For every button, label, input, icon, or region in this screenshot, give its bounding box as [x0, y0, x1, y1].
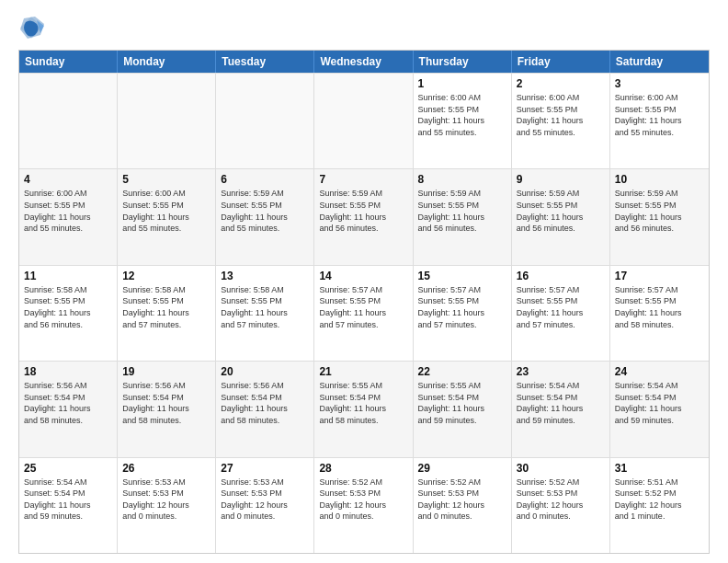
- day-info: Sunrise: 5:58 AM Sunset: 5:55 PM Dayligh…: [221, 284, 309, 330]
- day-number: 29: [418, 462, 506, 475]
- day-info: Sunrise: 5:59 AM Sunset: 5:55 PM Dayligh…: [615, 188, 704, 234]
- day-number: 7: [319, 173, 407, 186]
- day-cell-23: 23Sunrise: 5:54 AM Sunset: 5:54 PM Dayli…: [512, 362, 610, 456]
- day-info: Sunrise: 5:59 AM Sunset: 5:55 PM Dayligh…: [418, 188, 506, 234]
- day-number: 2: [517, 77, 605, 90]
- day-info: Sunrise: 5:54 AM Sunset: 5:54 PM Dayligh…: [24, 477, 112, 523]
- day-number: 20: [221, 365, 309, 378]
- day-cell-20: 20Sunrise: 5:56 AM Sunset: 5:54 PM Dayli…: [216, 362, 314, 456]
- day-cell-5: 5Sunrise: 6:00 AM Sunset: 5:55 PM Daylig…: [118, 169, 216, 264]
- day-number: 17: [615, 270, 704, 282]
- day-info: Sunrise: 5:55 AM Sunset: 5:54 PM Dayligh…: [418, 380, 506, 426]
- day-cell-25: 25Sunrise: 5:54 AM Sunset: 5:54 PM Dayli…: [19, 458, 118, 553]
- day-number: 22: [418, 365, 506, 378]
- day-info: Sunrise: 5:57 AM Sunset: 5:55 PM Dayligh…: [418, 284, 506, 330]
- logo-icon: [18, 15, 44, 40]
- day-cell-28: 28Sunrise: 5:52 AM Sunset: 5:53 PM Dayli…: [314, 458, 413, 553]
- day-number: 1: [418, 77, 506, 90]
- day-info: Sunrise: 5:56 AM Sunset: 5:54 PM Dayligh…: [24, 380, 112, 426]
- day-cell-15: 15Sunrise: 5:57 AM Sunset: 5:55 PM Dayli…: [414, 266, 512, 361]
- header: [18, 15, 710, 40]
- day-number: 23: [517, 365, 605, 378]
- calendar-row-2: 11Sunrise: 5:58 AM Sunset: 5:55 PM Dayli…: [19, 265, 709, 361]
- calendar-row-4: 25Sunrise: 5:54 AM Sunset: 5:54 PM Dayli…: [19, 457, 709, 553]
- day-info: Sunrise: 6:00 AM Sunset: 5:55 PM Dayligh…: [418, 92, 506, 138]
- day-cell-24: 24Sunrise: 5:54 AM Sunset: 5:54 PM Dayli…: [610, 362, 709, 456]
- day-number: 13: [221, 270, 309, 282]
- day-number: 19: [122, 365, 210, 378]
- day-cell-17: 17Sunrise: 5:57 AM Sunset: 5:55 PM Dayli…: [610, 266, 709, 361]
- day-info: Sunrise: 5:57 AM Sunset: 5:55 PM Dayligh…: [517, 284, 605, 330]
- day-number: 5: [122, 173, 210, 186]
- day-number: 15: [418, 270, 506, 282]
- day-number: 14: [319, 270, 407, 282]
- calendar-header: SundayMondayTuesdayWednesdayThursdayFrid…: [19, 51, 709, 73]
- page: SundayMondayTuesdayWednesdayThursdayFrid…: [0, 0, 728, 563]
- empty-cell-0-1: [118, 74, 216, 168]
- day-number: 8: [418, 173, 506, 186]
- day-number: 16: [517, 270, 605, 282]
- day-info: Sunrise: 5:55 AM Sunset: 5:54 PM Dayligh…: [319, 380, 407, 426]
- logo: [18, 15, 48, 40]
- day-number: 11: [24, 270, 112, 282]
- day-cell-21: 21Sunrise: 5:55 AM Sunset: 5:54 PM Dayli…: [314, 362, 413, 456]
- day-number: 3: [615, 77, 704, 90]
- day-number: 9: [517, 173, 605, 186]
- day-cell-10: 10Sunrise: 5:59 AM Sunset: 5:55 PM Dayli…: [610, 169, 709, 264]
- weekday-header-thursday: Thursday: [414, 51, 512, 73]
- empty-cell-0-2: [216, 74, 314, 168]
- calendar-body: 1Sunrise: 6:00 AM Sunset: 5:55 PM Daylig…: [19, 73, 709, 553]
- day-cell-4: 4Sunrise: 6:00 AM Sunset: 5:55 PM Daylig…: [19, 169, 118, 264]
- day-cell-7: 7Sunrise: 5:59 AM Sunset: 5:55 PM Daylig…: [314, 169, 413, 264]
- day-cell-8: 8Sunrise: 5:59 AM Sunset: 5:55 PM Daylig…: [414, 169, 512, 264]
- day-info: Sunrise: 5:54 AM Sunset: 5:54 PM Dayligh…: [615, 380, 704, 426]
- day-info: Sunrise: 6:00 AM Sunset: 5:55 PM Dayligh…: [615, 92, 704, 138]
- calendar: SundayMondayTuesdayWednesdayThursdayFrid…: [18, 50, 710, 554]
- empty-cell-0-0: [19, 74, 118, 168]
- day-cell-29: 29Sunrise: 5:52 AM Sunset: 5:53 PM Dayli…: [414, 458, 512, 553]
- day-info: Sunrise: 5:56 AM Sunset: 5:54 PM Dayligh…: [122, 380, 210, 426]
- day-cell-16: 16Sunrise: 5:57 AM Sunset: 5:55 PM Dayli…: [512, 266, 610, 361]
- day-info: Sunrise: 5:53 AM Sunset: 5:53 PM Dayligh…: [221, 477, 309, 523]
- day-cell-27: 27Sunrise: 5:53 AM Sunset: 5:53 PM Dayli…: [216, 458, 314, 553]
- day-info: Sunrise: 5:59 AM Sunset: 5:55 PM Dayligh…: [221, 188, 309, 234]
- day-number: 28: [319, 462, 407, 475]
- day-info: Sunrise: 5:59 AM Sunset: 5:55 PM Dayligh…: [517, 188, 605, 234]
- day-cell-12: 12Sunrise: 5:58 AM Sunset: 5:55 PM Dayli…: [118, 266, 216, 361]
- weekday-header-friday: Friday: [512, 51, 610, 73]
- day-cell-26: 26Sunrise: 5:53 AM Sunset: 5:53 PM Dayli…: [118, 458, 216, 553]
- day-number: 6: [221, 173, 309, 186]
- day-cell-18: 18Sunrise: 5:56 AM Sunset: 5:54 PM Dayli…: [19, 362, 118, 456]
- day-cell-2: 2Sunrise: 6:00 AM Sunset: 5:55 PM Daylig…: [512, 74, 610, 168]
- day-info: Sunrise: 6:00 AM Sunset: 5:55 PM Dayligh…: [517, 92, 605, 138]
- day-info: Sunrise: 6:00 AM Sunset: 5:55 PM Dayligh…: [24, 188, 112, 234]
- day-cell-22: 22Sunrise: 5:55 AM Sunset: 5:54 PM Dayli…: [414, 362, 512, 456]
- day-number: 26: [122, 462, 210, 475]
- weekday-header-wednesday: Wednesday: [314, 51, 413, 73]
- day-info: Sunrise: 5:51 AM Sunset: 5:52 PM Dayligh…: [615, 477, 704, 523]
- day-cell-14: 14Sunrise: 5:57 AM Sunset: 5:55 PM Dayli…: [314, 266, 413, 361]
- day-number: 18: [24, 365, 112, 378]
- calendar-row-1: 4Sunrise: 6:00 AM Sunset: 5:55 PM Daylig…: [19, 168, 709, 264]
- day-cell-9: 9Sunrise: 5:59 AM Sunset: 5:55 PM Daylig…: [512, 169, 610, 264]
- day-cell-6: 6Sunrise: 5:59 AM Sunset: 5:55 PM Daylig…: [216, 169, 314, 264]
- day-number: 27: [221, 462, 309, 475]
- day-info: Sunrise: 5:58 AM Sunset: 5:55 PM Dayligh…: [122, 284, 210, 330]
- weekday-header-monday: Monday: [118, 51, 216, 73]
- weekday-header-sunday: Sunday: [19, 51, 118, 73]
- day-number: 4: [24, 173, 112, 186]
- day-info: Sunrise: 5:56 AM Sunset: 5:54 PM Dayligh…: [221, 380, 309, 426]
- day-info: Sunrise: 6:00 AM Sunset: 5:55 PM Dayligh…: [122, 188, 210, 234]
- weekday-header-tuesday: Tuesday: [216, 51, 314, 73]
- day-info: Sunrise: 5:57 AM Sunset: 5:55 PM Dayligh…: [319, 284, 407, 330]
- day-cell-3: 3Sunrise: 6:00 AM Sunset: 5:55 PM Daylig…: [610, 74, 709, 168]
- day-cell-11: 11Sunrise: 5:58 AM Sunset: 5:55 PM Dayli…: [19, 266, 118, 361]
- day-info: Sunrise: 5:52 AM Sunset: 5:53 PM Dayligh…: [517, 477, 605, 523]
- calendar-row-0: 1Sunrise: 6:00 AM Sunset: 5:55 PM Daylig…: [19, 73, 709, 168]
- day-number: 10: [615, 173, 704, 186]
- day-cell-19: 19Sunrise: 5:56 AM Sunset: 5:54 PM Dayli…: [118, 362, 216, 456]
- day-number: 12: [122, 270, 210, 282]
- empty-cell-0-3: [314, 74, 413, 168]
- day-info: Sunrise: 5:52 AM Sunset: 5:53 PM Dayligh…: [319, 477, 407, 523]
- day-cell-31: 31Sunrise: 5:51 AM Sunset: 5:52 PM Dayli…: [610, 458, 709, 553]
